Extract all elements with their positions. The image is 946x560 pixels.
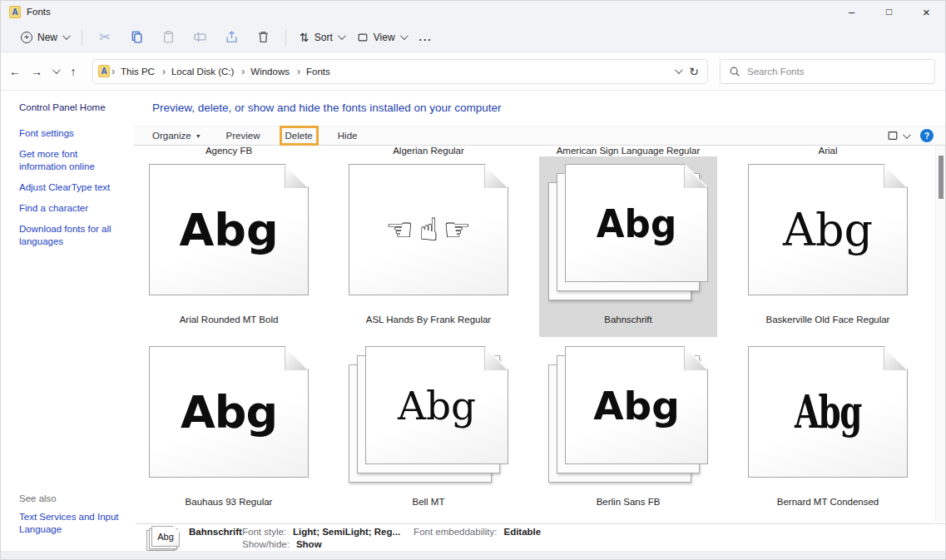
font-tile-label[interactable]: American Sign Language Regular [528, 146, 728, 156]
organize-toolbar: Organize ▼ Preview Delete Hide [134, 126, 945, 146]
font-tile[interactable]: Abg Bahnschrift [528, 156, 728, 337]
sidebar-task-link[interactable]: Text Services and Input Language [19, 511, 124, 536]
scrollbar-thumb[interactable] [939, 156, 944, 199]
breadcrumb-item[interactable]: Windows [246, 64, 294, 79]
sidebar-spacer [19, 256, 134, 494]
sidebar: Control Panel Home Font settingsGet more… [1, 91, 134, 551]
font-tile[interactable]: Abg Bernard MT Condensed [728, 339, 928, 519]
share-button[interactable] [215, 26, 247, 49]
page-face: Abg [149, 164, 309, 295]
page-face: Abg [565, 346, 708, 464]
rename-icon [193, 30, 207, 44]
maximize-button[interactable]: □ [870, 1, 908, 22]
sidebar-task-link[interactable]: Adjust ClearType text [19, 181, 124, 194]
delete-button[interactable]: Delete [285, 131, 313, 141]
font-tiles: Abg Arial Rounded MT Bold [134, 156, 935, 519]
scissors-icon: ✂ [99, 29, 110, 45]
sidebar-item-control-panel-home[interactable]: Control Panel Home [19, 102, 134, 112]
sidebar-task-link[interactable]: Find a character [19, 202, 124, 215]
recent-locations-button[interactable] [47, 60, 62, 83]
fonts-folder-icon: A [98, 65, 110, 77]
up-button[interactable]: ↑ [62, 60, 84, 83]
new-button-label: New [37, 32, 57, 43]
font-tile[interactable]: Abg Bell MT [329, 339, 528, 519]
delete-label: Delete [285, 131, 313, 141]
breadcrumb-item[interactable]: Local Disk (C:) [167, 64, 238, 79]
refresh-icon[interactable]: ↻ [689, 65, 699, 78]
title-bar: A Fonts – □ × [1, 1, 945, 22]
font-tile[interactable]: ☜☝☞ ASL Hands By Frank Regular [329, 156, 528, 337]
organize-label: Organize [152, 131, 191, 141]
page-face: Abg [748, 164, 908, 295]
paste-button[interactable] [152, 26, 184, 49]
paste-icon [161, 30, 176, 44]
back-button[interactable]: ← [4, 60, 26, 83]
view-icon [357, 32, 369, 43]
font-preview-text: Abg [571, 165, 702, 281]
breadcrumb-item[interactable]: Fonts [302, 64, 334, 79]
sort-button[interactable]: ⇅ Sort [293, 27, 350, 48]
sidebar-task-link[interactable]: Download fonts for all languages [19, 223, 124, 248]
font-tile[interactable]: Abg Baskerville Old Face Regular [728, 156, 928, 337]
address-bar[interactable]: A › This PC › Local Disk (C:) › Windows … [92, 59, 708, 84]
font-tile[interactable]: Abg Bauhaus 93 Regular [134, 339, 329, 519]
page-face: Abg [365, 346, 508, 464]
see-also-links: Text Services and Input Language [19, 511, 134, 544]
ellipsis-icon: ... [419, 32, 433, 43]
breadcrumb-separator: › [110, 66, 116, 77]
see-also-heading: See also [19, 493, 134, 503]
font-file-icon: Abg [149, 164, 309, 300]
main-area: Control Panel Home Font settingsGet more… [1, 91, 945, 551]
view-button[interactable]: View [350, 27, 413, 47]
selected-font-icon: Abg [146, 526, 181, 551]
chevron-down-icon [903, 131, 911, 139]
hide-label: Hide [338, 131, 358, 141]
close-button[interactable]: × [908, 1, 945, 22]
font-file-icon: Abg [548, 346, 708, 483]
page-title: Preview, delete, or show and hide the fo… [152, 102, 502, 114]
sort-arrows-icon: ⇅ [300, 31, 310, 44]
font-name-label: Bauhaus 93 Regular [140, 497, 318, 507]
partial-label-row: Agency FBAlgerian RegularAmerican Sign L… [134, 146, 935, 156]
fonts-app-icon: A [9, 6, 21, 18]
sidebar-task-link[interactable]: Get more font information online [19, 148, 124, 173]
details-font-name: Bahnschrift [189, 526, 242, 538]
details-field-value: Show [296, 538, 322, 551]
font-tile-label[interactable]: Agency FB [134, 146, 329, 156]
hide-button[interactable]: Hide [338, 131, 358, 141]
page-face: Abg [748, 346, 908, 478]
search-box[interactable] [720, 59, 935, 84]
font-tile-label[interactable]: Algerian Regular [329, 146, 528, 156]
cut-button[interactable]: ✂ [89, 26, 121, 49]
font-preview-text: Abg [366, 347, 508, 463]
organize-button[interactable]: Organize ▼ [152, 131, 201, 141]
breadcrumb-separator: › [161, 66, 167, 77]
details-pane: Abg Bahnschrift Font style: Light; SemiL… [136, 523, 945, 553]
page-fold-corner [884, 347, 907, 370]
breadcrumb-item[interactable]: This PC [116, 64, 159, 79]
minimize-button[interactable]: – [833, 1, 870, 22]
font-tile[interactable]: Abg Berlin Sans FB [528, 339, 728, 519]
font-preview-text: Abg [566, 347, 707, 463]
font-tile-label[interactable]: Arial [728, 146, 928, 156]
sidebar-task-link[interactable]: Font settings [19, 127, 124, 140]
more-options-button[interactable]: ... [413, 27, 439, 47]
copy-button[interactable] [121, 26, 152, 49]
delete-button-toolbar[interactable] [247, 26, 279, 49]
preview-button[interactable]: Preview [226, 131, 260, 141]
font-tile[interactable]: Abg Arial Rounded MT Bold [134, 156, 329, 337]
vertical-scrollbar[interactable] [935, 146, 945, 522]
address-dropdown-icon[interactable] [675, 66, 683, 74]
new-button[interactable]: + New [14, 27, 75, 47]
font-file-icon: Abg [349, 346, 508, 483]
help-button[interactable]: ? [920, 129, 934, 142]
font-name-label: Bahnschrift [539, 315, 717, 325]
search-input[interactable] [747, 67, 926, 77]
copy-icon [130, 30, 144, 44]
forward-button[interactable]: → [26, 60, 47, 83]
breadcrumb-separator: › [240, 66, 246, 77]
rename-button[interactable] [184, 26, 215, 49]
font-preview-text: Abg [150, 165, 308, 295]
share-icon [225, 30, 239, 44]
views-button[interactable] [887, 130, 909, 141]
